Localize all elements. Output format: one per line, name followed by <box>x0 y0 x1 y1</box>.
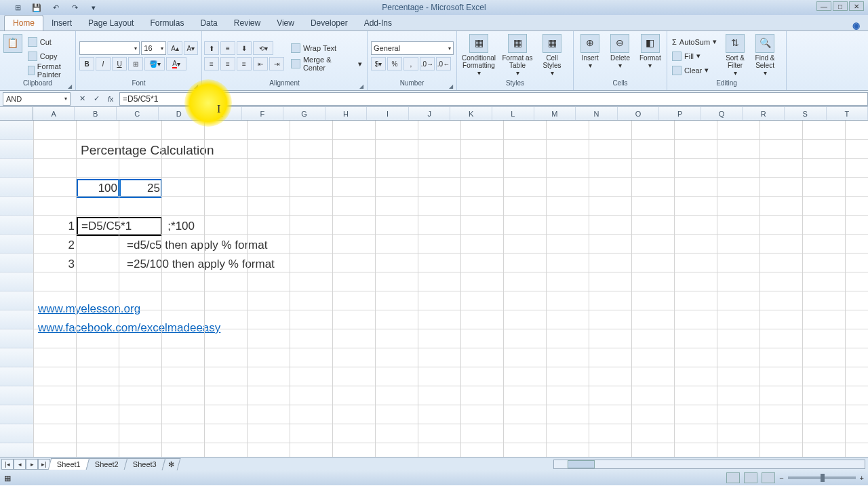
col-G[interactable]: G <box>283 107 326 120</box>
clipboard-launcher-icon[interactable]: ◢ <box>68 83 72 89</box>
row-header-9[interactable] <box>0 272 34 291</box>
col-C[interactable]: C <box>117 107 159 120</box>
sheet-nav-next[interactable]: ▸ <box>26 459 38 470</box>
delete-cells-button[interactable]: ⊖Delete ▾ <box>606 33 634 79</box>
qat-more-icon[interactable]: ▾ <box>88 2 99 13</box>
tab-home[interactable]: Home <box>4 15 43 30</box>
font-size-combo[interactable]: 16▾ <box>141 41 166 55</box>
zoom-out-button[interactable]: − <box>779 474 783 482</box>
row-header-12[interactable] <box>0 329 34 348</box>
clear-button[interactable]: Clear ▾ <box>669 64 719 77</box>
row-header-18[interactable] <box>0 443 34 457</box>
cell-d7-overflow[interactable]: ;*100 <box>162 217 197 236</box>
align-top-button[interactable]: ⬆ <box>204 41 219 55</box>
underline-button[interactable]: U <box>112 57 127 70</box>
col-K[interactable]: K <box>450 107 492 120</box>
font-color-button[interactable]: A▾ <box>166 57 186 70</box>
undo-icon[interactable]: ↶ <box>50 2 61 13</box>
align-left-button[interactable]: ≡ <box>204 57 219 70</box>
col-D[interactable]: D <box>159 107 201 120</box>
sheet-tab-2[interactable]: Sheet2 <box>86 458 127 470</box>
cell-d5[interactable]: 25 <box>119 179 162 198</box>
cell-styles-button[interactable]: ▦Cell Styles ▾ <box>536 33 568 79</box>
select-all-corner[interactable] <box>0 107 33 120</box>
row-header-16[interactable] <box>0 405 34 424</box>
row-header-1[interactable] <box>0 121 34 140</box>
col-E[interactable]: E <box>200 107 242 120</box>
number-format-combo[interactable]: General▾ <box>371 41 454 55</box>
bold-button[interactable]: B <box>79 57 94 70</box>
row-header-6[interactable] <box>0 216 34 235</box>
row-header-8[interactable] <box>0 253 34 272</box>
find-select-button[interactable]: 🔍Find & Select ▾ <box>751 33 779 79</box>
new-sheet-button[interactable]: ✻ <box>161 458 180 470</box>
orientation-button[interactable]: ⟲▾ <box>253 41 273 55</box>
cell-b8[interactable]: 2 <box>34 236 77 255</box>
tab-developer[interactable]: Developer <box>302 16 356 30</box>
col-F[interactable]: F <box>242 107 284 120</box>
cell-b9[interactable]: 3 <box>34 255 77 274</box>
col-N[interactable]: N <box>576 107 618 120</box>
format-cells-button[interactable]: ◧Format ▾ <box>636 33 665 79</box>
name-box[interactable]: AND▾ <box>3 92 71 106</box>
col-S[interactable]: S <box>785 107 827 120</box>
cell-c3[interactable]: Percentage Calculation <box>79 141 248 160</box>
row-header-13[interactable] <box>0 348 34 367</box>
align-right-button[interactable]: ≡ <box>237 57 252 70</box>
paste-button[interactable]: 📋 <box>2 33 24 79</box>
tab-data[interactable]: Data <box>192 16 225 30</box>
formula-input[interactable]: =D5/C5*1 <box>119 92 868 106</box>
page-layout-view-button[interactable] <box>744 472 757 483</box>
help-icon[interactable]: ◉ <box>852 20 868 30</box>
autosum-button[interactable]: Σ AutoSum ▾ <box>669 35 719 49</box>
row-header-11[interactable] <box>0 310 34 329</box>
zoom-thumb[interactable] <box>821 474 825 482</box>
row-header-3[interactable] <box>0 159 34 178</box>
col-M[interactable]: M <box>534 107 576 120</box>
row-header-17[interactable] <box>0 424 34 443</box>
borders-button[interactable]: ⊞ <box>128 57 143 70</box>
tab-formulas[interactable]: Formulas <box>142 16 192 30</box>
insert-cells-button[interactable]: ⊕Insert ▾ <box>576 33 604 79</box>
wrap-text-button[interactable]: Wrap Text <box>288 41 365 55</box>
col-I[interactable]: I <box>367 107 409 120</box>
sheet-tab-1[interactable]: Sheet1 <box>48 458 90 470</box>
cell-d8[interactable]: =d5/c5 then apply % format <box>125 236 328 255</box>
col-L[interactable]: L <box>492 107 534 120</box>
row-header-7[interactable] <box>0 235 34 253</box>
zoom-in-button[interactable]: + <box>860 474 864 482</box>
tab-review[interactable]: Review <box>226 16 269 30</box>
conditional-formatting-button[interactable]: ▦Conditional Formatting ▾ <box>459 33 498 79</box>
fill-button[interactable]: Fill ▾ <box>669 49 719 63</box>
cell-c7[interactable]: =D5/C5*1 <box>79 217 159 236</box>
insert-function-button[interactable]: fx <box>104 93 117 105</box>
font-launcher-icon[interactable]: ◢ <box>194 83 198 89</box>
fill-color-button[interactable]: 🪣▾ <box>144 57 165 70</box>
col-T[interactable]: T <box>827 107 868 120</box>
cancel-formula-button[interactable]: ✕ <box>76 93 88 105</box>
format-painter-button[interactable]: Format Painter <box>25 64 73 77</box>
comma-button[interactable]: , <box>403 57 418 70</box>
grow-font-button[interactable]: A▴ <box>167 41 182 55</box>
zoom-slider[interactable] <box>788 476 856 479</box>
tab-addins[interactable]: Add-Ins <box>356 16 400 30</box>
shrink-font-button[interactable]: A▾ <box>184 41 198 55</box>
cell-grid[interactable]: Percentage Calculation 100 25 1 =D5/C5*1… <box>0 121 868 457</box>
minimize-button[interactable]: — <box>816 1 831 11</box>
page-break-view-button[interactable] <box>762 472 775 483</box>
decrease-decimal-button[interactable]: .0← <box>436 57 451 70</box>
scroll-thumb[interactable] <box>568 460 595 468</box>
horizontal-scrollbar[interactable] <box>553 460 865 469</box>
normal-view-button[interactable] <box>726 472 740 483</box>
sheet-nav-prev[interactable]: ◂ <box>14 459 26 470</box>
col-B[interactable]: B <box>75 107 117 120</box>
row-header-5[interactable] <box>0 197 34 216</box>
col-J[interactable]: J <box>409 107 451 120</box>
cell-b12-link[interactable]: www.myelesson.org <box>36 300 212 319</box>
tab-view[interactable]: View <box>269 16 302 30</box>
sheet-nav-first[interactable]: |◂ <box>1 459 14 470</box>
font-name-combo[interactable]: ▾ <box>79 41 140 55</box>
merge-center-button[interactable]: Merge & Center ▾ <box>288 57 365 70</box>
number-launcher-icon[interactable]: ◢ <box>449 83 453 89</box>
row-header-10[interactable] <box>0 291 34 310</box>
